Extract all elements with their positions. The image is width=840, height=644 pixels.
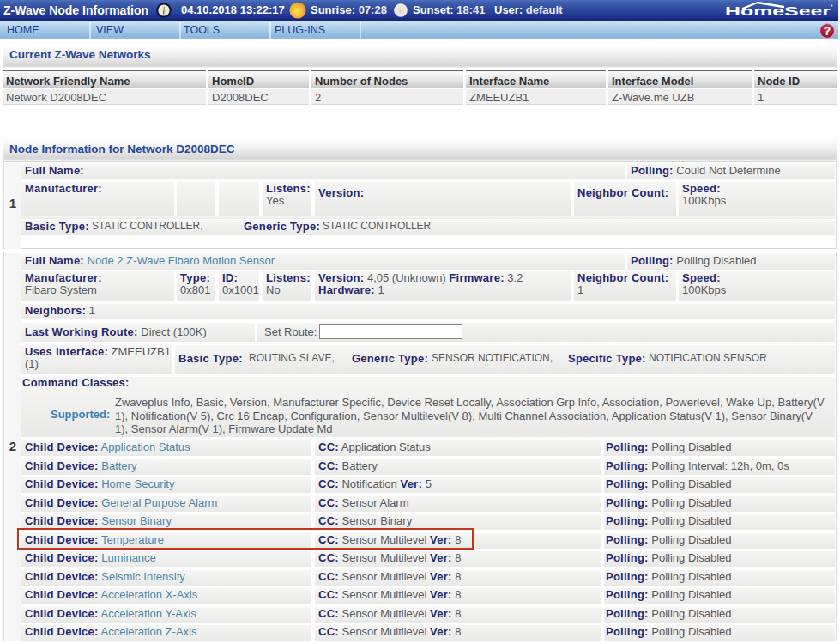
svg-text:?: ? [824, 24, 831, 38]
